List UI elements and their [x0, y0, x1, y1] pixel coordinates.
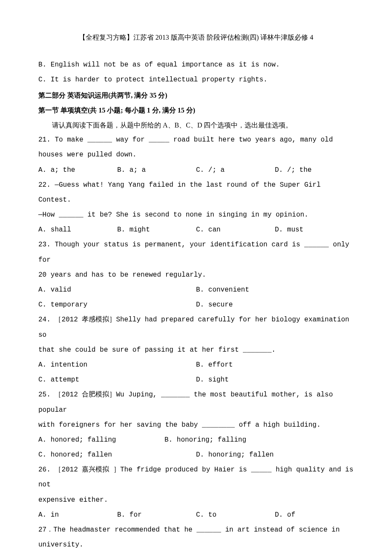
prev-option-c: C. It is harder to protect intellectual …	[38, 72, 354, 87]
q26-b: B. for	[117, 508, 196, 523]
q23-options: A. valid B. convenient C. temporary D. s…	[38, 283, 354, 312]
q21-c: C. /; a	[196, 163, 275, 178]
q26-d: D. of	[275, 508, 354, 523]
q27-a: A. major	[38, 552, 196, 555]
q25-a: A. honored; falling	[38, 433, 164, 448]
q21-text: 21. To make ______ way for _____ road bu…	[38, 133, 354, 162]
q26-options: A. in B. for C. to D. of	[38, 508, 354, 523]
q23-a: A. valid	[38, 283, 196, 298]
q23-line2: 20 years and has to be renewed regularly…	[38, 268, 354, 283]
q24-line2: that she could be sure of passing it at …	[38, 343, 354, 358]
q23-d: D. secure	[196, 298, 354, 312]
section-2-subtitle: 第一节 单项填空(共 15 小题; 每小题 1 分, 满分 15 分)	[38, 103, 354, 118]
q22-options: A. shall B. might C. can D. must	[38, 223, 354, 237]
q25-line1: 25. ［2012 合肥模拟］Wu Juping, _______ the mo…	[38, 387, 354, 417]
q22-d: D. must	[275, 223, 354, 237]
q22-line1: 22. —Guess what! Yang Yang failed in the…	[38, 178, 354, 208]
q25-line2: with foreigners for her saving the baby …	[38, 418, 354, 433]
page-header: 【全程复习方略】江苏省 2013 版高中英语 阶段评估检测(四) 译林牛津版必修…	[38, 30, 354, 45]
q24-b: B. effort	[196, 358, 354, 373]
q21-b: B. a; a	[117, 163, 196, 178]
q25-options: A. honored; falling B. honoring; falling	[38, 433, 354, 448]
q26-line2: expensive either.	[38, 493, 354, 508]
q23-line1: 23. Though your status is permanent, you…	[38, 237, 354, 267]
q24-options: A. intention B. effort C. attempt D. sig…	[38, 358, 354, 387]
section-2-title: 第二部分 英语知识运用(共两节, 满分 35 分)	[38, 88, 354, 103]
q25-c: C. honored; fallen	[38, 448, 196, 462]
q26-c: C. to	[196, 508, 275, 523]
q21-a: A. a; the	[38, 163, 117, 178]
q22-c: C. can	[196, 223, 275, 237]
q26-a: A. in	[38, 508, 117, 523]
q22-a: A. shall	[38, 223, 117, 237]
q24-c: C. attempt	[38, 373, 196, 387]
q21-options: A. a; the B. a; a C. /; a D. /; the	[38, 163, 354, 178]
q22-line2: —How ______ it be? She is second to none…	[38, 208, 354, 223]
q23-c: C. temporary	[38, 298, 196, 312]
q25-d: D. honoring; fallen	[196, 448, 354, 462]
q24-d: D. sight	[196, 373, 354, 387]
q27-line1: 27．The headmaster recommended that he __…	[38, 523, 354, 538]
q23-b: B. convenient	[196, 283, 354, 298]
q26-line1: 26. ［2012 嘉兴模拟 ］The fridge produced by H…	[38, 462, 354, 492]
q24-line1: 24. ［2012 孝感模拟］Shelly had prepared caref…	[38, 312, 354, 342]
q24-a: A. intention	[38, 358, 196, 373]
q25-options-2: C. honored; fallen D. honoring; fallen	[38, 448, 354, 462]
q27-line2: university.	[38, 538, 354, 552]
q27-b: B. majors	[196, 552, 354, 555]
q25-b: B. honoring; falling	[164, 433, 291, 448]
q22-b: B. might	[117, 223, 196, 237]
prev-option-b: B. English will not be as of equal impor…	[38, 58, 354, 72]
q27-options: A. major B. majors C. majored D. would m…	[38, 552, 354, 555]
q21-d: D. /; the	[275, 163, 354, 178]
instructions: 请认真阅读下面各题，从题中所给的 A、B、C、D 四个选项中，选出最佳选项。	[38, 118, 354, 133]
